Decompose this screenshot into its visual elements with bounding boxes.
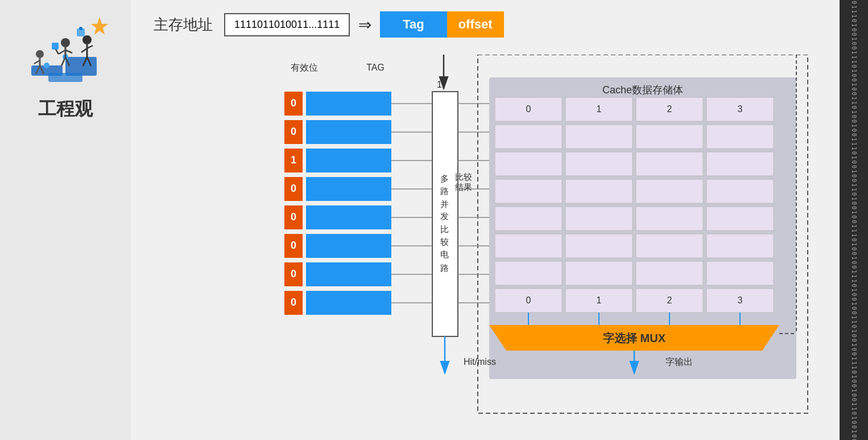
offset-block: offset (447, 11, 504, 38)
sidebar-label: 工程观 (38, 97, 93, 122)
svg-text:1: 1 (597, 295, 602, 305)
address-box: 1111011010011...1111 (224, 13, 350, 36)
svg-rect-60 (306, 291, 391, 315)
svg-rect-62 (432, 92, 458, 336)
svg-text:3: 3 (738, 295, 743, 305)
svg-point-3 (44, 63, 49, 68)
svg-rect-86 (706, 125, 774, 149)
svg-rect-44 (306, 177, 391, 201)
svg-text:1: 1 (597, 104, 602, 114)
content-area: 主存地址 1111011010011...1111 ⇒ Tag offset 有… (131, 0, 868, 440)
svg-rect-100 (565, 234, 633, 258)
svg-rect-101 (636, 234, 703, 258)
main-container: 工程观 主存地址 1111011010011...1111 ⇒ Tag offs… (0, 0, 868, 440)
svg-text:2: 2 (667, 104, 672, 114)
address-label: 主存地址 (154, 15, 213, 35)
svg-rect-106 (706, 261, 774, 285)
svg-rect-104 (565, 261, 633, 285)
svg-rect-85 (636, 125, 703, 149)
svg-text:1: 1 (291, 154, 296, 166)
svg-rect-97 (636, 207, 703, 231)
svg-rect-40 (306, 149, 391, 172)
svg-rect-48 (306, 205, 391, 229)
svg-rect-105 (636, 261, 703, 285)
svg-text:0: 0 (291, 211, 296, 223)
svg-text:3: 3 (738, 104, 743, 114)
mux-label-text: 字选择 MUX (603, 332, 666, 344)
svg-rect-98 (706, 207, 774, 231)
svg-rect-36 (306, 120, 391, 144)
svg-text:0: 0 (291, 183, 296, 194)
valid-header-text: 有效位 (291, 63, 318, 72)
svg-text:比较: 比较 (455, 172, 472, 182)
svg-rect-99 (495, 234, 562, 258)
svg-point-25 (79, 27, 82, 30)
tag-header-text: TAG (366, 63, 385, 72)
svg-rect-95 (495, 207, 562, 231)
svg-rect-83 (495, 125, 562, 149)
svg-rect-84 (565, 125, 633, 149)
binary-text: 0111010011101001001110100100110100100111… (851, 0, 857, 440)
svg-rect-2 (48, 73, 82, 82)
svg-text:0: 0 (291, 297, 296, 308)
svg-rect-93 (636, 179, 703, 203)
svg-rect-52 (306, 234, 391, 258)
svg-rect-96 (565, 207, 633, 231)
svg-rect-94 (706, 179, 774, 203)
svg-rect-102 (706, 234, 774, 258)
logo-image (20, 11, 111, 85)
svg-rect-88 (565, 152, 633, 176)
svg-rect-89 (636, 152, 703, 176)
svg-point-10 (61, 38, 70, 47)
hit-miss-text: Hit/miss (464, 357, 496, 367)
tag-block: Tag (380, 11, 447, 38)
comparator-top-label: 1 (437, 80, 442, 89)
svg-text:0: 0 (526, 295, 531, 305)
cache-title-text: Cache数据存储体 (602, 84, 683, 96)
svg-point-5 (36, 50, 44, 58)
svg-text:0: 0 (291, 97, 296, 109)
svg-text:结果: 结果 (455, 182, 472, 192)
svg-point-18 (82, 35, 92, 44)
svg-text:0: 0 (291, 126, 296, 137)
svg-rect-92 (565, 179, 633, 203)
svg-rect-103 (495, 261, 562, 285)
svg-text:2: 2 (667, 295, 672, 305)
svg-rect-91 (495, 179, 562, 203)
address-row: 主存地址 1111011010011...1111 ⇒ Tag offset (154, 11, 836, 38)
svg-rect-87 (495, 152, 562, 176)
svg-line-15 (65, 50, 72, 53)
svg-rect-14 (52, 43, 59, 50)
svg-text:0: 0 (526, 104, 531, 114)
svg-text:0: 0 (291, 268, 296, 279)
svg-text:0: 0 (291, 240, 296, 251)
arrow-right-icon: ⇒ (358, 15, 371, 34)
diagram-svg: 有效位 TAG 1 0 0 (154, 55, 836, 425)
svg-rect-90 (706, 152, 774, 176)
svg-marker-26 (91, 17, 108, 35)
right-binary-panel: 0111010011101001001110100100110100100111… (840, 0, 868, 440)
svg-line-12 (59, 50, 65, 54)
word-output-text: 字输出 (666, 357, 693, 367)
svg-rect-31 (306, 92, 391, 116)
left-sidebar: 工程观 (0, 0, 131, 440)
svg-rect-56 (306, 262, 391, 286)
